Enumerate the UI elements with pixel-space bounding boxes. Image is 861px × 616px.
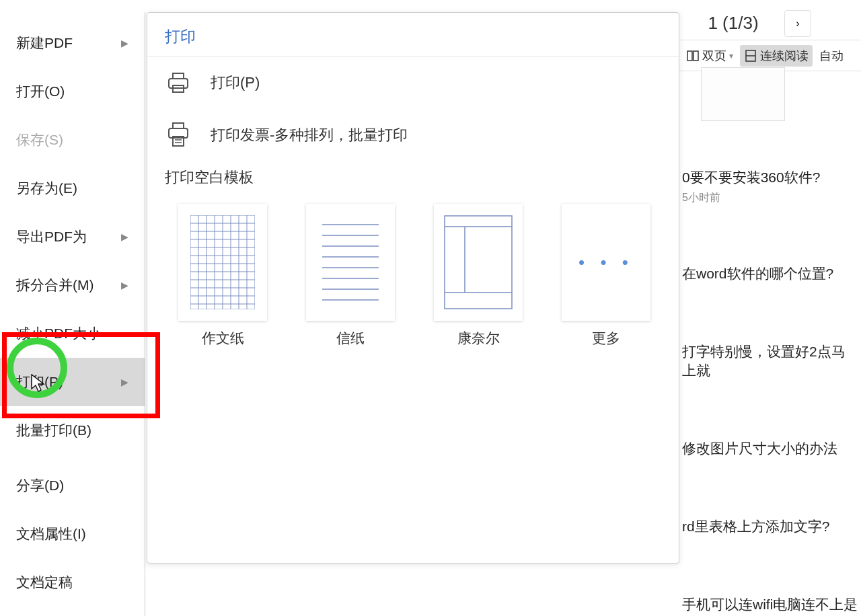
- two-page-button[interactable]: 双页 ▾: [682, 45, 737, 67]
- template-more[interactable]: • • • 更多: [562, 204, 650, 348]
- menu-label: 分享(D): [16, 476, 64, 495]
- menu-print[interactable]: 打印(P) ▶: [0, 358, 145, 406]
- more-dots-icon: • • •: [578, 252, 634, 273]
- continuous-read-button[interactable]: 连续阅读: [740, 45, 813, 67]
- next-page-button[interactable]: ›: [784, 10, 811, 37]
- chevron-right-icon: ▶: [121, 377, 128, 387]
- article-title: 手机可以连wifi电脑连不上是怎么回事?: [682, 595, 858, 616]
- chevron-right-icon: ▶: [121, 231, 128, 242]
- print-panel: 打印 打印(P) 打印发票-多种排列，批量打印 打印空白模板: [147, 12, 679, 564]
- menu-open[interactable]: 打开(O): [0, 67, 145, 116]
- printer-icon: [165, 69, 192, 96]
- menu-label: 新建PDF: [16, 34, 73, 52]
- menu-doc-finalize[interactable]: 文档定稿: [0, 558, 145, 607]
- page-indicator: 1 (1/3): [686, 10, 780, 36]
- continuous-icon: [744, 49, 757, 63]
- chevron-right-icon: ▶: [121, 280, 128, 291]
- template-label: 作文纸: [202, 329, 244, 348]
- menu-share[interactable]: 分享(D): [0, 461, 145, 510]
- menu-label: 打印(P): [16, 373, 63, 391]
- menu-reduce-size[interactable]: 减小PDF大小: [0, 309, 145, 358]
- article-item[interactable]: rd里表格上方添加文字?: [682, 517, 858, 536]
- menu-label: 批量打印(B): [16, 421, 91, 440]
- continuous-label: 连续阅读: [760, 48, 809, 64]
- two-page-icon: [686, 49, 700, 63]
- print-label: 打印(P): [211, 73, 260, 93]
- article-item[interactable]: 修改图片尺寸大小的办法: [682, 439, 858, 458]
- chevron-right-icon: ›: [796, 17, 799, 30]
- article-title: 在word软件的哪个位置?: [682, 264, 858, 283]
- article-title: 0要不要安装360软件?: [682, 168, 858, 187]
- svg-rect-4: [169, 79, 188, 88]
- chevron-right-icon: ▶: [121, 38, 128, 48]
- article-item[interactable]: 0要不要安装360软件? 5小时前: [682, 168, 858, 205]
- invoice-printer-icon: [165, 120, 192, 150]
- article-meta: 5小时前: [682, 191, 858, 205]
- menu-label: 另存为(E): [16, 179, 77, 198]
- template-composition[interactable]: 作文纸: [178, 204, 267, 348]
- blank-template-title: 打印空白模板: [147, 162, 679, 197]
- menu-label: 拆分合并(M): [16, 276, 93, 295]
- menu-split-merge[interactable]: 拆分合并(M) ▶: [0, 261, 145, 309]
- template-cornell[interactable]: 康奈尔: [434, 204, 523, 348]
- menu-label: 保存(S): [16, 130, 63, 149]
- menu-save-as[interactable]: 另存为(E): [0, 164, 145, 213]
- cornell-template-icon: [442, 213, 515, 311]
- svg-rect-39: [445, 216, 512, 309]
- template-label: 康奈尔: [457, 329, 500, 348]
- menu-export-pdf[interactable]: 导出PDF为 ▶: [0, 213, 145, 261]
- invoice-label: 打印发票-多种排列，批量打印: [211, 125, 408, 145]
- auto-button[interactable]: 自动: [815, 45, 848, 67]
- menu-batch-print[interactable]: 批量打印(B): [0, 406, 145, 455]
- page-thumbnail: [701, 67, 785, 121]
- template-label: 更多: [592, 329, 620, 348]
- menu-label: 导出PDF为: [16, 227, 87, 246]
- menu-label: 打开(O): [16, 82, 65, 101]
- grid-template-icon: [190, 215, 255, 309]
- panel-title: 打印: [147, 13, 679, 57]
- svg-rect-1: [694, 51, 698, 61]
- menu-label: 文档属性(I): [16, 525, 86, 543]
- menu-doc-properties[interactable]: 文档属性(I): [0, 510, 145, 558]
- lined-template-icon: [317, 215, 384, 309]
- print-action[interactable]: 打印(P): [147, 57, 679, 108]
- related-articles: 0要不要安装360软件? 5小时前 在word软件的哪个位置? 打字特别慢，设置…: [679, 161, 861, 616]
- article-title: rd里表格上方添加文字?: [682, 517, 858, 536]
- article-item[interactable]: 打字特别慢，设置好2点马上就: [682, 342, 858, 380]
- file-menu: 新建PDF ▶ 打开(O) 保存(S) 另存为(E) 导出PDF为 ▶ 拆分合并…: [0, 12, 145, 616]
- menu-new-pdf[interactable]: 新建PDF ▶: [0, 19, 145, 67]
- svg-rect-5: [173, 73, 184, 79]
- menu-label: 减小PDF大小: [16, 324, 101, 343]
- svg-rect-8: [173, 123, 184, 128]
- print-invoice-action[interactable]: 打印发票-多种排列，批量打印: [147, 108, 679, 162]
- svg-rect-0: [687, 51, 692, 61]
- menu-save: 保存(S): [0, 116, 145, 164]
- article-title: 修改图片尺寸大小的办法: [682, 439, 858, 458]
- template-letter[interactable]: 信纸: [306, 204, 395, 348]
- menu-label: 文档定稿: [16, 573, 73, 592]
- template-label: 信纸: [336, 329, 365, 348]
- article-item[interactable]: 手机可以连wifi电脑连不上是怎么回事?: [682, 595, 858, 616]
- article-item[interactable]: 在word软件的哪个位置?: [682, 264, 858, 283]
- article-title: 打字特别慢，设置好2点马上就: [682, 342, 858, 380]
- chevron-down-icon: ▾: [729, 51, 733, 61]
- auto-label: 自动: [819, 48, 844, 64]
- two-page-label: 双页: [702, 48, 726, 64]
